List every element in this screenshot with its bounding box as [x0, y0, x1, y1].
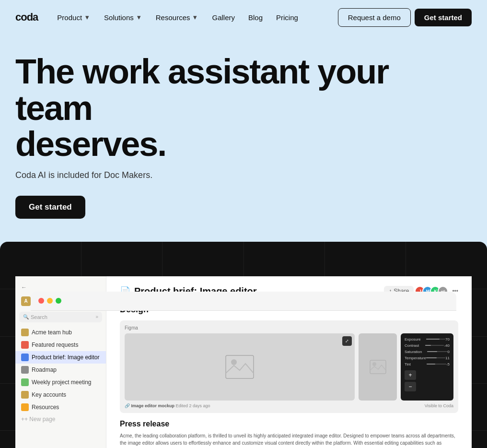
contrast-label: Contrast: [405, 343, 425, 348]
tint-control: Tint -5: [405, 362, 450, 366]
figma-main-preview: ⤢: [125, 333, 355, 401]
workspace-icon: A: [21, 296, 31, 306]
sidebar-collapse-icon: »: [95, 314, 98, 319]
press-release-section: Press release Acme, the leading collabor…: [120, 420, 458, 448]
nav-actions: Request a demo Get started: [338, 8, 472, 27]
figma-footer-text: Edited 2 days ago: [176, 403, 210, 408]
sidebar-item-acme-hub[interactable]: Acme team hub: [15, 326, 106, 339]
flag-icon: [21, 341, 29, 349]
temperature-bar[interactable]: [426, 357, 445, 358]
sidebar-item-label: Featured requests: [32, 342, 78, 348]
svg-point-1: [231, 359, 237, 365]
press-release-heading: Press release: [120, 420, 458, 428]
plus-icon: +: [21, 416, 24, 423]
nav-links: Product ▾ Solutions ▾ Resources ▾ Galler…: [51, 10, 337, 25]
nav-blog[interactable]: Blog: [243, 10, 268, 25]
figma-small-preview: [359, 333, 397, 401]
hero-subtext: Coda AI is included for Doc Makers.: [15, 170, 472, 180]
tint-value: -5: [446, 362, 450, 366]
saturation-value: 0: [448, 350, 450, 354]
sidebar-item-roadmap[interactable]: Roadmap: [15, 364, 106, 376]
svg-point-3: [372, 362, 376, 366]
logo[interactable]: coda: [15, 11, 38, 24]
temperature-value: 11: [445, 356, 450, 360]
figma-inner: ⤢ Exposu: [125, 333, 453, 401]
sidebar-item-product-brief[interactable]: Product brief: Image editor: [15, 351, 106, 364]
road-icon: [21, 366, 29, 374]
temperature-control: Temperature 11: [405, 356, 450, 360]
sidebar-item-label: Weekly project meeting: [32, 379, 92, 386]
figma-mockup-link[interactable]: Image editor mockup: [131, 403, 175, 408]
small-preview-icon: [370, 360, 386, 374]
exposure-control: Exposure 70: [405, 337, 450, 342]
navbar: coda Product ▾ Solutions ▾ Resources ▾ G…: [0, 0, 487, 35]
back-arrow-icon: ←: [21, 284, 27, 291]
chevron-down-icon: ▾: [84, 14, 91, 21]
press-release-text: Acme, the leading collaboration platform…: [120, 432, 458, 448]
image-placeholder-icon: [225, 355, 254, 379]
saturation-bar[interactable]: [427, 351, 448, 352]
chevron-down-icon: ▾: [192, 14, 198, 21]
new-page-label: + New page: [24, 416, 55, 423]
resources-icon: [21, 403, 29, 411]
hero-headline: The work assistant your team deserves.: [15, 54, 472, 163]
contrast-value: -40: [444, 343, 450, 348]
figma-expand-button[interactable]: ⤢: [342, 336, 352, 346]
sidebar-item-label: Roadmap: [32, 366, 57, 373]
traffic-light-red[interactable]: [38, 298, 44, 304]
exposure-bar[interactable]: [426, 339, 446, 340]
sidebar-item-key-accounts[interactable]: Key accounts: [15, 389, 106, 401]
figma-controls-panel: Exposure 70 Contrast: [401, 333, 453, 401]
home-icon: [21, 329, 29, 336]
sidebar-item-label: Key accounts: [32, 391, 66, 398]
nav-resources[interactable]: Resources ▾: [150, 10, 205, 25]
request-demo-button[interactable]: Request a demo: [338, 8, 411, 27]
nav-product[interactable]: Product ▾: [51, 10, 96, 25]
traffic-light-green[interactable]: [56, 298, 61, 304]
saturation-control: Saturation 0: [405, 350, 450, 354]
search-icon: 🔍: [23, 314, 29, 319]
search-placeholder: Search: [31, 314, 47, 320]
exposure-label: Exposure: [405, 337, 426, 342]
new-page-button[interactable]: + + New page: [15, 413, 106, 425]
nav-solutions[interactable]: Solutions ▾: [98, 10, 148, 25]
remove-control-button[interactable]: −: [405, 382, 416, 391]
svg-rect-0: [226, 355, 254, 378]
figma-label: Figma: [125, 325, 453, 330]
figma-visibility-label: Visible to Coda: [425, 403, 453, 408]
sidebar-item-featured-requests[interactable]: Featured requests: [15, 339, 106, 351]
app-window-wrapper: ← A Acme team hub 🔍 Search » Acme team h…: [15, 276, 472, 448]
calendar-icon: [21, 378, 29, 386]
sidebar-item-label: Resources: [32, 404, 59, 411]
nav-gallery[interactable]: Gallery: [206, 10, 241, 25]
app-preview-container: ← A Acme team hub 🔍 Search » Acme team h…: [0, 242, 487, 448]
sidebar-item-label: Product brief: Image editor: [32, 354, 99, 361]
sidebar-item-weekly-meeting[interactable]: Weekly project meeting: [15, 376, 106, 389]
hero-section: The work assistant your team deserves. C…: [0, 35, 487, 219]
add-control-button[interactable]: +: [405, 370, 416, 380]
figma-footer-left: 🔗 Image editor mockup Edited 2 days ago: [125, 403, 210, 408]
temperature-label: Temperature: [405, 356, 426, 360]
window-chrome: [31, 292, 456, 311]
get-started-hero-button[interactable]: Get started: [15, 196, 85, 219]
sidebar-item-resources[interactable]: Resources: [15, 401, 106, 413]
get-started-nav-button[interactable]: Get started: [415, 9, 472, 26]
saturation-label: Saturation: [405, 350, 427, 354]
sidebar-search[interactable]: 🔍 Search »: [19, 312, 102, 322]
exposure-value: 70: [445, 337, 450, 342]
contrast-control: Contrast -40: [405, 343, 450, 348]
traffic-light-yellow[interactable]: [47, 298, 53, 304]
tint-bar[interactable]: [427, 364, 446, 365]
figma-embed: Figma ⤢: [120, 320, 458, 413]
tint-label: Tint: [405, 362, 427, 366]
sidebar-item-label: Acme team hub: [32, 329, 72, 336]
nav-pricing[interactable]: Pricing: [270, 10, 304, 25]
chevron-down-icon: ▾: [136, 14, 142, 21]
key-icon: [21, 391, 29, 399]
figma-embed-footer: 🔗 Image editor mockup Edited 2 days ago …: [125, 403, 453, 408]
doc-icon: [21, 354, 29, 361]
contrast-bar[interactable]: [425, 345, 444, 346]
